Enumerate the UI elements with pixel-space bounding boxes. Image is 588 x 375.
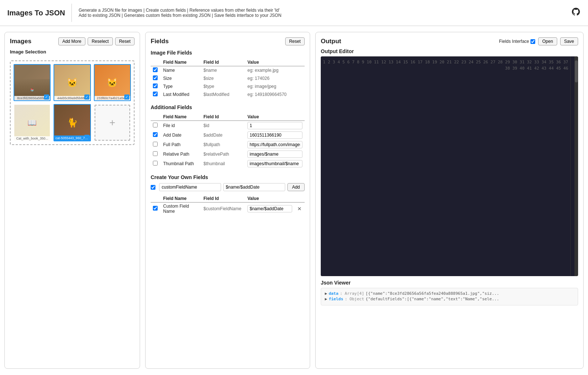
field-adddate-input[interactable]	[247, 131, 302, 139]
app-title: Images To JSON	[7, 9, 65, 17]
scrollbar-thumb[interactable]	[575, 60, 578, 82]
main-layout: Images Add More Reselect Reset Image Sel…	[0, 26, 588, 375]
custom-field-value-input[interactable]	[247, 205, 292, 212]
field-thumbnail-input[interactable]	[247, 160, 302, 167]
image-item-4[interactable]: 📖 Cat_with_book_350...	[14, 104, 51, 141]
table-row: File id $id	[151, 121, 305, 131]
field-relpath-input[interactable]	[247, 151, 302, 158]
image-add-cell[interactable]: +	[94, 104, 131, 141]
images-panel: Images Add More Reselect Reset Image Sel…	[4, 32, 140, 369]
fields-panel-header: Fields Reset	[151, 37, 305, 45]
header-links-line2: Add to existing JSON | Generates custom …	[78, 13, 571, 18]
col-id-header-1: Field Id	[201, 59, 245, 66]
reset-images-button[interactable]: Reset	[115, 37, 135, 45]
images-btn-group: Add More Reselect Reset	[58, 37, 135, 45]
field-name-checkbox[interactable]	[153, 67, 158, 72]
fields-panel-title: Fields	[151, 38, 169, 45]
field-id-cell: $thumbnail	[201, 159, 245, 168]
output-editor-title: Output Editor	[321, 48, 578, 54]
field-fullpath-input[interactable]	[247, 141, 302, 148]
save-button[interactable]: Save	[560, 37, 578, 45]
create-fields-title: Create Your Own Fields	[151, 174, 305, 180]
output-panel-title: Output	[321, 38, 341, 45]
col-id-header-3: Field Id	[201, 195, 245, 203]
field-adddate-checkbox[interactable]	[153, 132, 158, 137]
field-name-cell: Last Modified	[161, 90, 201, 99]
output-header-right: Fields Interface Open Save	[499, 37, 578, 45]
col-name-header-2: Field Name	[161, 113, 201, 121]
field-name-cell: Add Date	[161, 130, 201, 140]
line-numbers: 1 2 3 4 5 6 7 8 9 10 11 12 13 14 15 16 1…	[321, 56, 571, 276]
field-thumbnail-checkbox[interactable]	[153, 161, 158, 166]
additional-fields-table: Field Name Field Id Value File id $id Ad…	[151, 113, 305, 168]
output-panel: Output Fields Interface Open Save Output…	[315, 32, 584, 369]
remove-custom-field-button[interactable]: ✕	[297, 206, 302, 212]
table-row: Add Date $addDate	[151, 130, 305, 140]
fields-interface-text: Fields Interface	[499, 39, 529, 44]
reset-fields-button[interactable]: Reset	[285, 37, 305, 45]
reselect-button[interactable]: Reselect	[88, 37, 113, 45]
col-val-header-2: Value	[245, 113, 305, 121]
image-file-fields-title: Image File Fields	[151, 50, 305, 56]
field-fileid-input[interactable]	[247, 122, 302, 129]
field-name-cell: Thumbnail Path	[161, 159, 201, 168]
add-more-button[interactable]: Add More	[58, 37, 85, 45]
json-viewer-type-fields: : Object	[345, 297, 364, 301]
image-check-3: ✓	[124, 94, 129, 100]
field-relpath-checkbox[interactable]	[153, 151, 158, 156]
custom-field-row: Custom Field Name $customFieldName ✕	[151, 203, 305, 215]
image-item-2[interactable]: 🐱 44eb5c89a9d5b88... ✓	[54, 64, 91, 101]
col-check-header-3	[151, 195, 161, 203]
field-id-cell: $addDate	[201, 130, 245, 140]
field-val-cell: eg: 1491809664570	[245, 90, 305, 99]
image-item-5[interactable]: 🐈 ✓ cat-5055443_960_720.jpg	[54, 104, 91, 141]
table-row: Relative Path $relativePath	[151, 149, 305, 159]
image-grid: 📚 8ce3fd28656a56fa... ✓ 🐱 44eb5c89a9d5b8…	[10, 60, 135, 145]
editor-container: 1 2 3 4 5 6 7 8 9 10 11 12 13 14 15 16 1…	[321, 56, 578, 276]
field-val-cell: eg: example.jpg	[245, 66, 305, 75]
custom-field-checkbox[interactable]	[153, 206, 158, 211]
image-check-2: ✓	[84, 94, 89, 100]
col-val-header-3: Value	[245, 195, 294, 203]
header-links-line1: Generate a JSON file for images | Create…	[78, 8, 571, 13]
field-id-cell: $relativePath	[201, 149, 245, 159]
table-row: Thumbnail Path $thumbnail	[151, 159, 305, 168]
images-panel-header: Images Add More Reselect Reset	[10, 37, 135, 45]
image-item-3[interactable]: 🐱 233f60c7a4b21a5e... ✓	[94, 64, 131, 101]
json-viewer-arrow-fields[interactable]: ▶	[325, 297, 327, 301]
field-fileid-checkbox[interactable]	[153, 123, 158, 127]
table-row: Type $type eg: image/jpeg	[151, 82, 305, 90]
field-val-cell: eg: 174026	[245, 74, 305, 82]
field-name-cell: Size	[161, 74, 201, 82]
fields-interface-label[interactable]: Fields Interface	[499, 39, 535, 44]
create-field-checkbox[interactable]	[151, 185, 155, 190]
scrollbar-track[interactable]	[574, 56, 578, 276]
table-row: Name $name eg: example.jpg	[151, 66, 305, 75]
fields-interface-checkbox[interactable]	[530, 39, 535, 44]
field-fullpath-checkbox[interactable]	[153, 142, 158, 146]
image-file-fields-table: Field Name Field Id Value Name $name eg:…	[151, 59, 305, 99]
col-val-header-1: Value	[245, 59, 305, 66]
col-remove-header	[294, 195, 305, 203]
field-name-cell: Type	[161, 82, 201, 90]
add-image-button[interactable]: +	[95, 105, 130, 140]
field-val-cell: eg: image/jpeg	[245, 82, 305, 90]
field-lastmod-checkbox[interactable]	[153, 92, 158, 96]
field-name-cell: Relative Path	[161, 149, 201, 159]
col-check-header	[151, 59, 161, 66]
image-label-4: Cat_with_book_350...	[14, 136, 50, 141]
table-row: Last Modified $lastModified eg: 14918096…	[151, 90, 305, 99]
image-item-1[interactable]: 📚 8ce3fd28656a56fa... ✓	[14, 64, 51, 101]
field-name-cell: File id	[161, 121, 201, 131]
github-icon[interactable]	[571, 7, 581, 19]
open-button[interactable]: Open	[538, 37, 557, 45]
field-id-cell: $type	[201, 82, 245, 90]
json-viewer-arrow-data[interactable]: ▶	[325, 291, 327, 296]
field-type-checkbox[interactable]	[153, 83, 158, 88]
add-field-button[interactable]: Add	[287, 183, 305, 191]
create-field-name-input[interactable]	[159, 183, 221, 191]
field-size-checkbox[interactable]	[153, 75, 158, 80]
create-field-value-input[interactable]	[223, 183, 285, 191]
additional-fields-title: Additional Fields	[151, 104, 305, 110]
header-divider	[71, 4, 72, 22]
